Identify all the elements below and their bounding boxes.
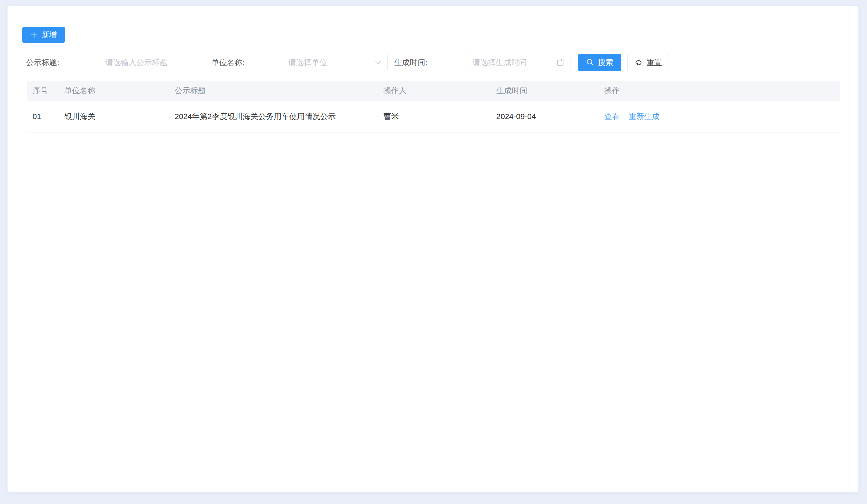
unit-select[interactable]: 请选择单位 [282, 54, 387, 71]
add-button-label: 新增 [42, 30, 57, 40]
column-header-actions: 操作 [604, 81, 841, 101]
view-link[interactable]: 查看 [604, 111, 620, 122]
add-button[interactable]: 新增 [22, 27, 65, 43]
cell-time: 2024-09-04 [496, 101, 604, 132]
unit-filter-label: 单位名称: [211, 57, 282, 68]
table-header-row: 序号 单位名称 公示标题 操作人 生成时间 操作 [28, 81, 841, 101]
reset-button[interactable]: 重置 [627, 54, 669, 71]
publicity-table: 序号 单位名称 公示标题 操作人 生成时间 操作 01 银川海关 2024年第2… [28, 81, 841, 132]
column-header-operator: 操作人 [383, 81, 496, 101]
cell-unit: 银川海关 [64, 101, 175, 132]
cell-index: 01 [28, 101, 64, 132]
time-filter-label: 生成时间: [394, 57, 466, 68]
refresh-icon [634, 58, 643, 66]
cell-operator: 曹米 [383, 101, 496, 132]
unit-select-placeholder: 请选择单位 [288, 57, 327, 68]
regenerate-link[interactable]: 重新生成 [629, 111, 660, 122]
search-icon [586, 58, 594, 67]
cell-title: 2024年第2季度银川海关公务用车使用情况公示 [175, 101, 383, 132]
table-row: 01 银川海关 2024年第2季度银川海关公务用车使用情况公示 曹米 2024-… [28, 101, 841, 132]
time-date-placeholder: 请选择生成时间 [472, 57, 527, 68]
column-header-index: 序号 [28, 81, 64, 101]
column-header-unit: 单位名称 [64, 81, 175, 101]
column-header-time: 生成时间 [496, 81, 604, 101]
search-button-label: 搜索 [598, 57, 613, 68]
plus-icon [31, 31, 38, 39]
search-button[interactable]: 搜索 [578, 54, 621, 71]
calendar-icon [556, 58, 565, 67]
column-header-title: 公示标题 [175, 81, 383, 101]
cell-actions: 查看 重新生成 [604, 101, 841, 132]
time-date-picker[interactable]: 请选择生成时间 [466, 54, 570, 71]
reset-button-label: 重置 [646, 57, 662, 68]
title-filter-input[interactable] [99, 54, 202, 71]
content-card: 新增 公示标题: 单位名称: 请选择单位 生成时间: 请选择生成时间 [7, 6, 859, 492]
title-filter-label: 公示标题: [26, 57, 99, 68]
chevron-down-icon [375, 61, 382, 65]
filter-bar: 公示标题: 单位名称: 请选择单位 生成时间: 请选择生成时间 [26, 54, 840, 71]
